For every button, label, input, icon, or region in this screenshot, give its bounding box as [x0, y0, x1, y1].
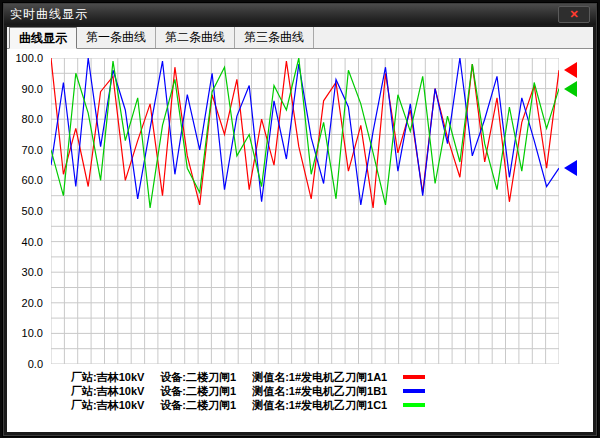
desktop-background: 实时曲线显示 ✕ 曲线显示 第一条曲线 第二条曲线 第三条曲线 100.090.…: [0, 0, 600, 438]
y-tick-label: 100.0: [15, 52, 43, 64]
current-value-marker: [564, 81, 577, 97]
y-tick-label: 40.0: [22, 236, 43, 248]
window-client-area: 曲线显示 第一条曲线 第二条曲线 第三条曲线 100.090.080.070.0…: [7, 27, 593, 432]
window-titlebar[interactable]: 实时曲线显示 ✕: [4, 4, 596, 25]
y-tick-label: 0.0: [28, 358, 43, 370]
tab-curve-display[interactable]: 曲线显示: [9, 27, 77, 49]
window-title: 实时曲线显示: [10, 6, 88, 23]
curve-legend: 厂站:吉林10kV 设备:二楼刀闸1 测值名:1#发电机乙刀闸1A1 厂站:吉林…: [71, 370, 425, 412]
tab-third-curve[interactable]: 第三条曲线: [235, 27, 314, 48]
legend-station: 厂站:吉林10kV: [71, 370, 144, 385]
y-tick-label: 20.0: [22, 297, 43, 309]
tab-second-curve[interactable]: 第二条曲线: [156, 27, 235, 48]
legend-device: 设备:二楼刀闸1: [160, 384, 236, 399]
y-tick-label: 10.0: [22, 327, 43, 339]
tab-bar: 曲线显示 第一条曲线 第二条曲线 第三条曲线: [7, 27, 593, 49]
y-tick-label: 60.0: [22, 174, 43, 186]
legend-color-swatch-blue: [403, 389, 425, 393]
legend-color-swatch-red: [403, 375, 425, 379]
realtime-curve-window: 实时曲线显示 ✕ 曲线显示 第一条曲线 第二条曲线 第三条曲线 100.090.…: [2, 2, 598, 437]
plot-svg: [51, 58, 559, 364]
legend-device: 设备:二楼刀闸1: [160, 370, 236, 385]
legend-measure: 测值名:1#发电机乙刀闸1C1: [252, 398, 387, 413]
legend-station: 厂站:吉林10kV: [71, 398, 144, 413]
y-tick-label: 50.0: [22, 205, 43, 217]
legend-device: 设备:二楼刀闸1: [160, 398, 236, 413]
y-tick-label: 90.0: [22, 83, 43, 95]
legend-measure: 测值名:1#发电机乙刀闸1B1: [252, 384, 387, 399]
current-value-marker: [564, 62, 577, 78]
legend-measure: 测值名:1#发电机乙刀闸1A1: [252, 370, 387, 385]
legend-row: 厂站:吉林10kV 设备:二楼刀闸1 测值名:1#发电机乙刀闸1B1: [71, 384, 425, 398]
y-tick-label: 30.0: [22, 266, 43, 278]
y-axis-labels: 100.090.080.070.060.050.040.030.020.010.…: [7, 58, 47, 364]
legend-row: 厂站:吉林10kV 设备:二楼刀闸1 测值名:1#发电机乙刀闸1A1: [71, 370, 425, 384]
curve-plot: [51, 58, 559, 364]
legend-row: 厂站:吉林10kV 设备:二楼刀闸1 测值名:1#发电机乙刀闸1C1: [71, 398, 425, 412]
legend-station: 厂站:吉林10kV: [71, 384, 144, 399]
close-button[interactable]: ✕: [558, 6, 590, 23]
current-value-marker: [564, 160, 577, 176]
marker-column: [562, 58, 580, 364]
tab-first-curve[interactable]: 第一条曲线: [77, 27, 156, 48]
legend-color-swatch-green: [403, 403, 425, 407]
y-tick-label: 80.0: [22, 113, 43, 125]
y-tick-label: 70.0: [22, 144, 43, 156]
